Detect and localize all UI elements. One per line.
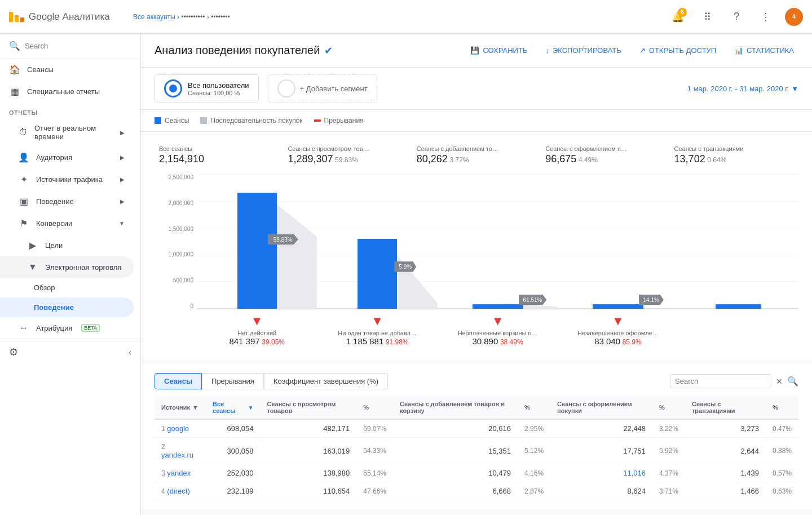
cell-checkout-2: 17,751	[550, 438, 652, 464]
table-row: 1 google 698,054 482,171 69.07% 20,616 2…	[155, 419, 798, 438]
expand-behavior-icon: ▶	[120, 198, 125, 205]
arrow-badge-2: 5.9%	[394, 261, 416, 272]
cell-source-1[interactable]: google	[167, 424, 189, 433]
cell-view-pct-4: 47.66%	[356, 482, 393, 500]
share-button[interactable]: ↗ ОТКРЫТЬ ДОСТУП	[635, 43, 721, 58]
drop-indicator-1: ▼ Нет действий 841 397 39.05%	[197, 314, 317, 346]
bar-col-5	[716, 304, 761, 309]
sidebar-item-goals[interactable]: ▶ Цели	[0, 234, 134, 256]
funnel-metric-1: Сеансы с просмотром тов… 1,289,307 59.83…	[283, 141, 412, 170]
drop-label-1: Нет действий	[237, 330, 276, 336]
sidebar-item-ecommerce[interactable]: ▼ Электронная торговля	[0, 256, 134, 278]
cell-source-3[interactable]: yandex	[167, 469, 191, 477]
cell-checkout-pct-3: 4.37%	[652, 464, 685, 482]
drop-pct-4: 85.9%	[623, 338, 642, 346]
help-button[interactable]: ?	[726, 7, 747, 27]
sequence-color	[200, 117, 207, 124]
page-title-container: Анализ поведения покупателей ✔	[155, 44, 333, 57]
share-label: ОТКРЫТЬ ДОСТУП	[649, 46, 716, 55]
sidebar-item-special[interactable]: ▦ Специальные отчеты	[0, 81, 134, 103]
stats-label: СТАТИСТИКА	[747, 46, 794, 55]
drop-value-1: 841 397	[229, 336, 259, 346]
tab-completion[interactable]: Коэффициент завершения (%)	[264, 373, 388, 389]
search-input-table[interactable]	[670, 374, 771, 388]
date-range-selector[interactable]: 1 мар. 2020 г. - 31 мар. 2020 г. ▼	[687, 85, 798, 93]
add-segment-button[interactable]: + Добавить сегмент	[268, 74, 377, 103]
goals-icon: ▶	[27, 240, 38, 251]
cell-source-2[interactable]: yandex.ru	[161, 451, 193, 459]
settings-button[interactable]: ⚙ ‹	[0, 339, 140, 365]
sidebar-item-home[interactable]: 🏠 Сеансы	[0, 59, 134, 81]
y-label-3: 1,000,000	[169, 251, 194, 258]
cell-add-pct-2: 5.12%	[518, 438, 550, 464]
sidebar-label-behavior-ec: Поведение	[34, 303, 74, 312]
search-input[interactable]	[25, 42, 131, 50]
attribution-icon: ↔	[18, 323, 29, 333]
sidebar-label-conversions: Конверсии	[36, 219, 72, 228]
collapse-sidebar-button[interactable]: ‹	[129, 348, 131, 357]
save-label: СОХРАНИТЬ	[483, 46, 527, 55]
sidebar-label-traffic: Источники трафика	[36, 175, 103, 184]
cell-source-4[interactable]: (direct)	[167, 487, 189, 495]
bar-col-3: 61.51%	[473, 304, 523, 309]
sidebar-item-traffic[interactable]: ✦ Источники трафика ▶	[0, 168, 134, 190]
apps-button[interactable]: ⠿	[697, 7, 717, 27]
save-icon: 💾	[470, 46, 479, 55]
drop-arrow-4: ▼	[612, 314, 624, 328]
sidebar-item-behavior-ec[interactable]: Поведение	[0, 298, 134, 317]
header-actions: 💾 СОХРАНИТЬ ↓ ЭКСПОРТИРОВАТЬ ↗ ОТКРЫТЬ Д…	[466, 43, 798, 58]
logo-icon	[9, 12, 24, 22]
cell-checkout-3: 11,016	[550, 464, 652, 482]
table-tabs: Сеансы Прерывания Коэффициент завершения…	[155, 373, 798, 389]
sidebar-item-conversions[interactable]: ⚑ Конверсии ▼	[0, 212, 134, 234]
sessions-color	[155, 117, 161, 124]
layout: 🔍 🏠 Сеансы ▦ Специальные отчеты ОТЧЕТЫ ⏱…	[0, 34, 812, 515]
cell-num-3: 3 yandex	[155, 464, 206, 482]
segment-all-users[interactable]: Все пользователи Сеансы: 100,00 %	[155, 74, 259, 103]
behavior-icon: ▣	[18, 196, 29, 207]
sidebar-item-realtime[interactable]: ⏱ Отчет в реальном времени ▶	[0, 118, 134, 146]
drop-indicator-4: ▼ Незавершенное оформле… 83 040 85.9%	[558, 314, 678, 346]
search-submit-icon[interactable]: 🔍	[787, 376, 798, 387]
tab-sessions[interactable]: Сеансы	[155, 373, 202, 389]
drop-arrow-2: ▼	[371, 314, 383, 328]
table-row: 2 yandex.ru 300,058 163,019 54.33% 15,35…	[155, 438, 798, 464]
col-all-sessions[interactable]: Все сеансы ▼	[206, 396, 260, 419]
notification-button[interactable]: 🔔 6	[668, 7, 688, 27]
more-button[interactable]: ⋮	[756, 7, 776, 27]
topbar-icons: 🔔 6 ⠿ ? ⋮ 4	[668, 7, 803, 27]
data-table: Источник ▼ Все сеансы ▼ Сеансы с просмот…	[155, 396, 798, 500]
col-view: Сеансы с просмотром товаров	[261, 396, 357, 419]
sidebar-item-overview[interactable]: Обзор	[0, 278, 134, 298]
search-clear-icon[interactable]: ✕	[776, 377, 783, 386]
cell-num-2: 2 yandex.ru	[155, 438, 206, 464]
metric-value-2: 80,262 3.72%	[417, 153, 536, 165]
cell-checkout-1: 22,448	[550, 419, 652, 438]
avatar[interactable]: 4	[785, 8, 803, 26]
cell-trans-3: 1,439	[685, 464, 766, 482]
funnel-section: Все сеансы 2,154,910 Сеансы с просмотром…	[141, 132, 812, 359]
drop-label-2: Ни один товар не добавл…	[338, 330, 417, 336]
expand-conversions-icon: ▼	[119, 220, 125, 227]
reports-section-label: ОТЧЕТЫ	[0, 103, 140, 118]
date-range-text: 1 мар. 2020 г. - 31 мар. 2020 г.	[687, 85, 789, 93]
cell-add-pct-3: 4.16%	[518, 464, 550, 482]
save-button[interactable]: 💾 СОХРАНИТЬ	[466, 43, 532, 58]
funnel-metric-3: Сеансы с оформлением п… 96,675 4.49%	[541, 141, 669, 170]
col-trans: Сеансы с транзакциями	[685, 396, 766, 419]
col-source[interactable]: Источник ▼	[155, 396, 206, 419]
stats-button[interactable]: 📊 СТАТИСТИКА	[730, 43, 798, 58]
sidebar-item-audience[interactable]: 👤 Аудитория ▶	[0, 146, 134, 168]
arrow-badge-4: 14.1%	[639, 295, 664, 305]
legend-bar: Сеансы Последовательность покупок Прерыв…	[141, 110, 812, 132]
cell-add-4: 6,668	[393, 482, 518, 500]
tab-interruptions[interactable]: Прерывания	[202, 373, 264, 389]
breadcrumb-account[interactable]: Все аккаунты	[133, 13, 175, 21]
sidebar-item-attribution[interactable]: ↔ Атрибуция BETA	[0, 317, 134, 339]
funnel-metrics: Все сеансы 2,154,910 Сеансы с просмотром…	[155, 141, 798, 170]
drop-value-3: 30 890	[472, 336, 498, 346]
legend-sequence: Последовательность покупок	[200, 117, 302, 125]
export-button[interactable]: ↓ ЭКСПОРТИРОВАТЬ	[541, 43, 625, 58]
cell-view-1: 482,171	[261, 419, 357, 438]
sidebar-item-behavior[interactable]: ▣ Поведение ▶	[0, 190, 134, 212]
